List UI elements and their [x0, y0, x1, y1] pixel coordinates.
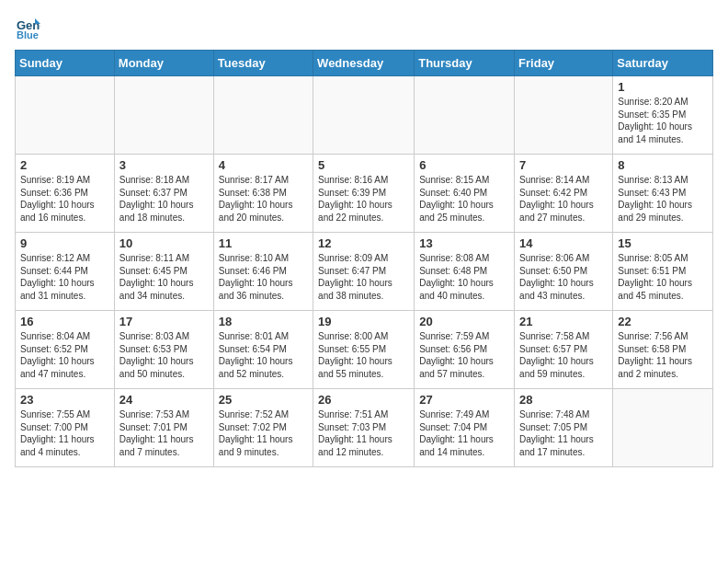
calendar-body: 1Sunrise: 8:20 AM Sunset: 6:35 PM Daylig… — [16, 76, 713, 467]
day-info: Sunrise: 8:20 AM Sunset: 6:35 PM Dayligh… — [618, 96, 708, 145]
day-number: 2 — [20, 158, 109, 172]
day-info: Sunrise: 8:13 AM Sunset: 6:43 PM Dayligh… — [618, 174, 708, 224]
calendar-cell: 21Sunrise: 7:58 AM Sunset: 6:57 PM Dayli… — [515, 311, 613, 389]
svg-text:Blue: Blue — [17, 29, 39, 40]
day-number: 14 — [519, 236, 608, 250]
calendar-week-row: 16Sunrise: 8:04 AM Sunset: 6:52 PM Dayli… — [16, 311, 713, 389]
calendar-cell — [16, 76, 115, 155]
calendar: SundayMondayTuesdayWednesdayThursdayFrid… — [15, 50, 713, 467]
day-info: Sunrise: 7:53 AM Sunset: 7:01 PM Dayligh… — [119, 408, 209, 458]
day-number: 12 — [318, 236, 409, 250]
day-number: 16 — [20, 315, 109, 328]
day-number: 1 — [618, 80, 708, 94]
day-number: 13 — [419, 236, 509, 250]
weekday-header-cell: Tuesday — [213, 51, 313, 76]
day-info: Sunrise: 8:09 AM Sunset: 6:47 PM Dayligh… — [318, 252, 409, 302]
calendar-cell: 13Sunrise: 8:08 AM Sunset: 6:48 PM Dayli… — [415, 233, 515, 311]
logo: General Blue — [15, 15, 44, 40]
day-number: 8 — [618, 158, 708, 172]
day-info: Sunrise: 7:49 AM Sunset: 7:04 PM Dayligh… — [419, 408, 509, 458]
weekday-header-cell: Sunday — [16, 51, 115, 76]
day-info: Sunrise: 8:16 AM Sunset: 6:39 PM Dayligh… — [318, 174, 409, 224]
day-number: 24 — [119, 393, 209, 407]
day-info: Sunrise: 8:00 AM Sunset: 6:55 PM Dayligh… — [318, 330, 409, 380]
day-info: Sunrise: 8:17 AM Sunset: 6:38 PM Dayligh… — [219, 174, 308, 224]
calendar-cell: 19Sunrise: 8:00 AM Sunset: 6:55 PM Dayli… — [313, 311, 415, 389]
calendar-cell: 17Sunrise: 8:03 AM Sunset: 6:53 PM Dayli… — [114, 311, 213, 389]
weekday-header-cell: Thursday — [415, 51, 515, 76]
weekday-header-cell: Friday — [515, 51, 613, 76]
day-info: Sunrise: 8:18 AM Sunset: 6:37 PM Dayligh… — [119, 174, 209, 224]
day-info: Sunrise: 7:58 AM Sunset: 6:57 PM Dayligh… — [519, 330, 608, 380]
day-info: Sunrise: 8:05 AM Sunset: 6:51 PM Dayligh… — [618, 252, 708, 302]
day-info: Sunrise: 7:48 AM Sunset: 7:05 PM Dayligh… — [519, 408, 608, 458]
day-number: 4 — [219, 158, 308, 172]
calendar-cell: 20Sunrise: 7:59 AM Sunset: 6:56 PM Dayli… — [415, 311, 515, 389]
day-number: 26 — [318, 393, 409, 407]
calendar-cell: 28Sunrise: 7:48 AM Sunset: 7:05 PM Dayli… — [515, 389, 613, 467]
day-info: Sunrise: 8:03 AM Sunset: 6:53 PM Dayligh… — [119, 330, 209, 380]
calendar-cell: 25Sunrise: 7:52 AM Sunset: 7:02 PM Dayli… — [213, 389, 313, 467]
calendar-cell — [613, 389, 713, 467]
calendar-week-row: 1Sunrise: 8:20 AM Sunset: 6:35 PM Daylig… — [16, 76, 713, 155]
day-info: Sunrise: 7:55 AM Sunset: 7:00 PM Dayligh… — [20, 408, 109, 458]
calendar-cell: 18Sunrise: 8:01 AM Sunset: 6:54 PM Dayli… — [213, 311, 313, 389]
calendar-cell: 26Sunrise: 7:51 AM Sunset: 7:03 PM Dayli… — [313, 389, 415, 467]
calendar-cell: 3Sunrise: 8:18 AM Sunset: 6:37 PM Daylig… — [114, 155, 213, 233]
weekday-header: SundayMondayTuesdayWednesdayThursdayFrid… — [16, 51, 713, 76]
calendar-cell: 6Sunrise: 8:15 AM Sunset: 6:40 PM Daylig… — [415, 155, 515, 233]
calendar-cell: 4Sunrise: 8:17 AM Sunset: 6:38 PM Daylig… — [213, 155, 313, 233]
day-number: 21 — [519, 315, 608, 328]
calendar-cell: 15Sunrise: 8:05 AM Sunset: 6:51 PM Dayli… — [613, 233, 713, 311]
day-number: 28 — [519, 393, 608, 407]
day-number: 22 — [618, 315, 708, 328]
day-info: Sunrise: 8:14 AM Sunset: 6:42 PM Dayligh… — [519, 174, 608, 224]
day-number: 7 — [519, 158, 608, 172]
day-info: Sunrise: 7:52 AM Sunset: 7:02 PM Dayligh… — [219, 408, 308, 458]
calendar-week-row: 2Sunrise: 8:19 AM Sunset: 6:36 PM Daylig… — [16, 155, 713, 233]
day-number: 18 — [219, 315, 308, 328]
day-number: 25 — [219, 393, 308, 407]
weekday-header-cell: Wednesday — [313, 51, 415, 76]
day-number: 19 — [318, 315, 409, 328]
calendar-week-row: 23Sunrise: 7:55 AM Sunset: 7:00 PM Dayli… — [16, 389, 713, 467]
calendar-cell: 23Sunrise: 7:55 AM Sunset: 7:00 PM Dayli… — [16, 389, 115, 467]
day-info: Sunrise: 7:59 AM Sunset: 6:56 PM Dayligh… — [419, 330, 509, 380]
day-number: 9 — [20, 236, 109, 250]
day-number: 6 — [419, 158, 509, 172]
day-number: 17 — [119, 315, 209, 328]
calendar-cell: 24Sunrise: 7:53 AM Sunset: 7:01 PM Dayli… — [114, 389, 213, 467]
day-info: Sunrise: 8:11 AM Sunset: 6:45 PM Dayligh… — [119, 252, 209, 302]
weekday-header-cell: Monday — [114, 51, 213, 76]
calendar-cell: 12Sunrise: 8:09 AM Sunset: 6:47 PM Dayli… — [313, 233, 415, 311]
day-number: 11 — [219, 236, 308, 250]
logo-icon: General Blue — [15, 15, 40, 40]
day-info: Sunrise: 7:51 AM Sunset: 7:03 PM Dayligh… — [318, 408, 409, 458]
day-info: Sunrise: 8:06 AM Sunset: 6:50 PM Dayligh… — [519, 252, 608, 302]
day-info: Sunrise: 8:01 AM Sunset: 6:54 PM Dayligh… — [219, 330, 308, 380]
day-number: 5 — [318, 158, 409, 172]
calendar-cell — [515, 76, 613, 155]
day-info: Sunrise: 8:04 AM Sunset: 6:52 PM Dayligh… — [20, 330, 109, 380]
calendar-cell: 27Sunrise: 7:49 AM Sunset: 7:04 PM Dayli… — [415, 389, 515, 467]
calendar-cell — [213, 76, 313, 155]
day-number: 27 — [419, 393, 509, 407]
day-info: Sunrise: 7:56 AM Sunset: 6:58 PM Dayligh… — [618, 330, 708, 380]
calendar-cell — [415, 76, 515, 155]
day-number: 20 — [419, 315, 509, 328]
day-number: 10 — [119, 236, 209, 250]
day-number: 15 — [618, 236, 708, 250]
calendar-cell: 5Sunrise: 8:16 AM Sunset: 6:39 PM Daylig… — [313, 155, 415, 233]
day-info: Sunrise: 8:08 AM Sunset: 6:48 PM Dayligh… — [419, 252, 509, 302]
calendar-cell: 9Sunrise: 8:12 AM Sunset: 6:44 PM Daylig… — [16, 233, 115, 311]
calendar-cell: 16Sunrise: 8:04 AM Sunset: 6:52 PM Dayli… — [16, 311, 115, 389]
day-info: Sunrise: 8:10 AM Sunset: 6:46 PM Dayligh… — [219, 252, 308, 302]
calendar-cell — [114, 76, 213, 155]
calendar-cell — [313, 76, 415, 155]
calendar-cell: 2Sunrise: 8:19 AM Sunset: 6:36 PM Daylig… — [16, 155, 115, 233]
calendar-cell: 10Sunrise: 8:11 AM Sunset: 6:45 PM Dayli… — [114, 233, 213, 311]
day-info: Sunrise: 8:15 AM Sunset: 6:40 PM Dayligh… — [419, 174, 509, 224]
calendar-cell: 22Sunrise: 7:56 AM Sunset: 6:58 PM Dayli… — [613, 311, 713, 389]
day-info: Sunrise: 8:12 AM Sunset: 6:44 PM Dayligh… — [20, 252, 109, 302]
day-info: Sunrise: 8:19 AM Sunset: 6:36 PM Dayligh… — [20, 174, 109, 224]
